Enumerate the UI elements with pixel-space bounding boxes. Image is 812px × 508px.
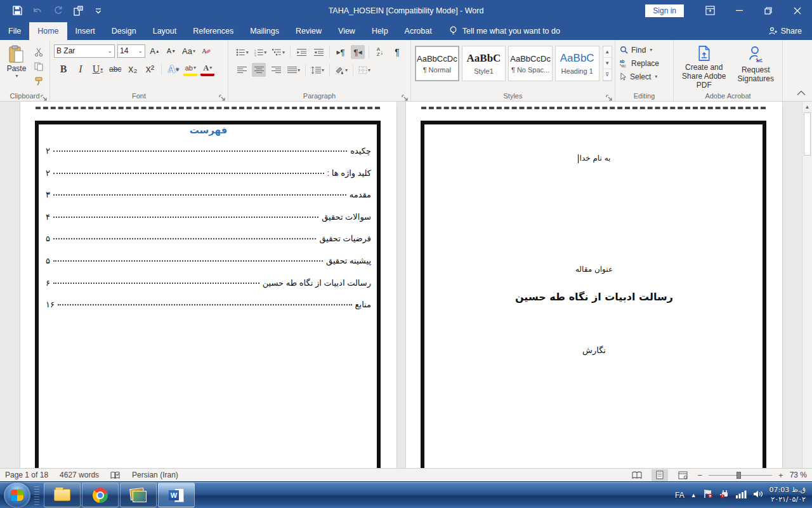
create-share-pdf-button[interactable]: Create and Share Adobe PDF (676, 43, 731, 90)
justify-button[interactable]: ▾ (286, 63, 301, 77)
paragraph-dialog-launcher-icon[interactable] (402, 93, 409, 100)
toc-row[interactable]: فرضیات تحقیق۵ (46, 234, 371, 256)
style-heading1[interactable]: AaBbC Heading 1 (555, 46, 599, 81)
collapse-ribbon-icon[interactable] (797, 87, 806, 98)
paste-button[interactable]: Paste ▾ (3, 43, 30, 90)
restore-button[interactable] (754, 0, 783, 21)
style-no-spacing[interactable]: AaBbCcDc ¶ No Spac... (508, 46, 553, 81)
cut-icon[interactable] (32, 46, 46, 58)
increase-indent-button[interactable] (311, 45, 325, 59)
styles-dialog-launcher-icon[interactable] (606, 93, 613, 100)
clipboard-dialog-launcher-icon[interactable] (41, 93, 48, 100)
zoom-slider[interactable] (709, 475, 772, 476)
ltr-text-direction-button[interactable]: ▶¶ (334, 45, 348, 59)
hidden-icons-arrow[interactable]: ▲ (691, 492, 697, 498)
article-title-label[interactable]: عنوان مقاله (406, 265, 782, 274)
redo-icon[interactable] (52, 5, 63, 17)
request-signatures-button[interactable]: Request Signatures (731, 43, 780, 90)
scroll-up-icon[interactable]: ▲ (802, 102, 812, 112)
network-signal-icon[interactable] (736, 490, 747, 501)
ribbon-display-options-icon[interactable] (695, 0, 724, 21)
show-paragraph-marks-button[interactable]: ¶ (390, 45, 404, 59)
proofing-status[interactable]: Persian (Iran) (110, 471, 178, 479)
underline-button[interactable]: U▾ (91, 62, 105, 76)
toc-row[interactable]: کلید واژه ها :۲ (46, 168, 371, 190)
superscript-button[interactable]: x² (143, 62, 157, 76)
shading-button[interactable]: ▾ (334, 63, 349, 77)
align-left-button[interactable] (235, 63, 249, 77)
align-center-button[interactable] (252, 63, 266, 77)
article-title[interactable]: رسالت ادبیات از نگاه طه حسین (406, 291, 782, 303)
tab-acrobat[interactable]: Acrobat (396, 22, 440, 40)
decrease-indent-button[interactable] (294, 45, 308, 59)
toc-row[interactable]: سوالات تحقیق۴ (46, 212, 371, 234)
copy-icon[interactable] (32, 60, 46, 72)
tab-references[interactable]: References (185, 22, 242, 40)
tab-view[interactable]: View (330, 22, 363, 40)
page-indicator[interactable]: Page 1 of 18 (5, 471, 48, 479)
touch-mouse-mode-icon[interactable] (72, 5, 84, 17)
change-case-button[interactable]: Aa▾ (181, 44, 197, 58)
close-button[interactable] (783, 0, 812, 21)
highlight-color-button[interactable]: ab▾ (183, 62, 197, 76)
toc-row[interactable]: منابع۱۶ (46, 300, 371, 322)
borders-button[interactable]: ▾ (357, 63, 372, 77)
power-plug-icon[interactable] (719, 489, 730, 501)
tab-file[interactable]: File (0, 22, 29, 40)
italic-button[interactable]: I (74, 62, 88, 76)
tab-insert[interactable]: Insert (67, 22, 103, 40)
tab-layout[interactable]: Layout (145, 22, 185, 40)
styles-scroll-down-icon[interactable]: ▼ (603, 58, 612, 69)
paste-dropdown-icon[interactable]: ▾ (15, 73, 18, 79)
zoom-slider-thumb[interactable] (737, 472, 741, 479)
find-button[interactable]: Find▾ (618, 43, 671, 57)
bismillah-line[interactable]: به نام خدا (406, 154, 782, 163)
style-normal[interactable]: AaBbCcDc ¶ Normal (415, 46, 459, 81)
rtl-text-direction-button[interactable]: ¶◀ (351, 45, 365, 59)
tab-mailings[interactable]: Mailings (242, 22, 287, 40)
styles-scroll-up-icon[interactable]: ▲ (603, 46, 612, 58)
customize-qat-icon[interactable] (93, 5, 104, 17)
share-button[interactable]: Share (758, 27, 812, 40)
page-1-left[interactable]: فهرست چکیده۲ کلید واژه ها :۲ مقدمه۳ سوال… (20, 102, 396, 468)
shrink-font-button[interactable]: A▼ (164, 44, 178, 58)
toc-row[interactable]: رسالت ادبیات از نگاه طه حسین۶ (46, 278, 371, 300)
align-right-button[interactable] (269, 63, 283, 77)
scrollbar-thumb[interactable] (804, 112, 811, 156)
save-icon[interactable] (11, 5, 23, 17)
clear-formatting-icon[interactable]: A (199, 44, 213, 58)
bold-button[interactable]: B (56, 62, 70, 76)
bullets-button[interactable]: ▾ (235, 45, 250, 59)
tab-help[interactable]: Help (363, 22, 396, 40)
action-center-flag-icon[interactable] (703, 489, 713, 501)
sign-in-button[interactable]: Sign in (645, 4, 684, 17)
grow-font-button[interactable]: A▲ (148, 44, 162, 58)
line-spacing-button[interactable]: ▾ (310, 63, 325, 77)
toc-row[interactable]: چکیده۲ (46, 146, 371, 168)
start-button[interactable] (4, 483, 30, 508)
font-dialog-launcher-icon[interactable] (219, 93, 226, 100)
author-label[interactable]: نگارش (406, 345, 782, 355)
text-effects-button[interactable]: A▾ (166, 62, 180, 76)
font-color-button[interactable]: A▾ (200, 62, 214, 76)
undo-icon[interactable] (32, 5, 43, 17)
taskbar-chrome-button[interactable] (82, 483, 119, 507)
font-size-combobox[interactable]: 14⌄ (117, 44, 145, 58)
zoom-in-icon[interactable]: + (778, 471, 783, 480)
sort-button[interactable]: AZ↓ (373, 45, 387, 59)
vertical-scrollbar[interactable]: ▲ (802, 102, 812, 468)
document-canvas[interactable]: فهرست چکیده۲ کلید واژه ها :۲ مقدمه۳ سوال… (0, 102, 812, 468)
style-style1[interactable]: AaBbC Style1 (462, 46, 506, 81)
clock[interactable]: 07:03 ق.ظ ۲۰۲۱/۰۵/۰۲ (769, 486, 806, 505)
toc-row[interactable]: پیشینه تحقیق۵ (46, 256, 371, 278)
multilevel-list-button[interactable]: ▾ (271, 45, 286, 59)
tab-design[interactable]: Design (103, 22, 145, 40)
numbering-button[interactable]: 123▾ (253, 45, 268, 59)
replace-button[interactable]: abac Replace (618, 57, 671, 70)
web-layout-icon[interactable] (674, 469, 691, 481)
zoom-out-icon[interactable]: − (697, 471, 702, 480)
select-button[interactable]: Select▾ (618, 70, 671, 83)
tell-me-box[interactable]: Tell me what you want to do (440, 26, 569, 40)
word-count[interactable]: 4627 words (60, 471, 99, 479)
read-mode-icon[interactable] (629, 469, 645, 481)
